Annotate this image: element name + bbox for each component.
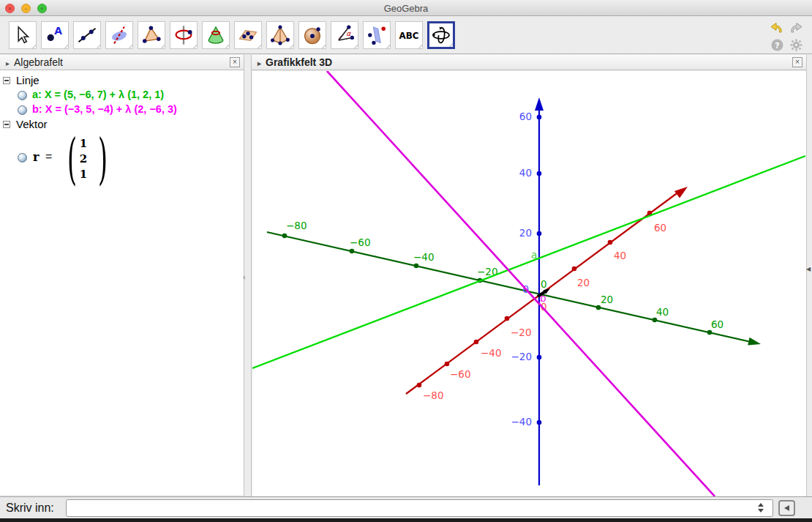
line-a-label: a — [531, 249, 537, 261]
collapse-toggle-icon[interactable] — [3, 121, 10, 128]
help-button[interactable]: ? — [771, 39, 783, 51]
visibility-marble-icon[interactable] — [18, 91, 27, 100]
x-axis-red-tick-label: 20 — [577, 277, 590, 288]
mirror-icon — [366, 24, 388, 46]
tool-dropdown-arrow[interactable] — [257, 45, 261, 48]
mirror-tool-button[interactable] — [363, 21, 391, 49]
settings-button[interactable] — [790, 39, 802, 51]
object-row-line-a[interactable]: a: X = (5, −6, 7) + λ (1, 2, 1) — [0, 89, 244, 103]
undo-button[interactable] — [769, 20, 785, 37]
vector-components: 1 2 1 — [76, 136, 91, 182]
y-axis-green-tick — [653, 318, 658, 323]
y-axis-green-tick — [350, 249, 355, 254]
graphics-3d-canvas[interactable]: −80−60−40−202040600−80−60−40−20204060060… — [252, 71, 806, 496]
tool-dropdown-arrow[interactable] — [97, 45, 100, 48]
redo-button[interactable] — [788, 20, 804, 37]
collapse-toggle-icon[interactable] — [3, 77, 10, 84]
cone-tool-button[interactable] — [202, 21, 230, 49]
intersect-two-surfaces-tool-button[interactable] — [105, 21, 133, 49]
help-icon: ? — [771, 39, 783, 51]
z-axis-blue-tick-label: −20 — [511, 351, 533, 362]
y-axis-green-arrowhead — [748, 338, 761, 346]
y-axis-green-tick — [596, 305, 601, 310]
x-axis-red-tick — [417, 383, 422, 388]
algebra-panel-title: Algebrafelt — [14, 56, 63, 68]
cursor-arrow-icon — [12, 24, 34, 46]
x-axis-red-tick — [445, 362, 450, 367]
svg-text:A: A — [54, 25, 62, 37]
polygon-tool-button[interactable] — [138, 21, 165, 49]
algebra-panel-menu-arrow[interactable]: ▸ — [6, 59, 10, 67]
tool-dropdown-arrow[interactable] — [193, 45, 197, 48]
polygon-icon — [140, 24, 162, 46]
tool-dropdown-arrow[interactable] — [418, 45, 422, 48]
tool-dropdown-arrow[interactable] — [354, 45, 358, 48]
gear-icon — [790, 39, 802, 51]
tool-dropdown-arrow[interactable] — [386, 45, 390, 48]
graphics-panel-menu-arrow[interactable]: ▸ — [257, 59, 261, 67]
tool-dropdown-arrow[interactable] — [64, 45, 68, 48]
line-a-definition[interactable]: a: X = (5, −6, 7) + λ (1, 2, 1) — [32, 89, 164, 100]
tool-dropdown-arrow[interactable] — [32, 45, 36, 48]
svg-text:α: α — [346, 29, 351, 37]
circle-with-axis-tool-button[interactable] — [170, 21, 198, 49]
z-axis-blue-tick — [537, 355, 542, 360]
graphics-panel-title: Grafikkfelt 3D — [266, 56, 332, 68]
x-axis-red-tick-label: −80 — [423, 389, 444, 401]
y-axis-green-tick-label: 20 — [601, 294, 613, 305]
x-axis-red-tick-label: 40 — [614, 250, 626, 261]
tree-group-linje: Linje — [0, 74, 244, 89]
tool-dropdown-arrow[interactable] — [449, 43, 453, 47]
left-triangle-icon — [784, 505, 789, 511]
line-tool-button[interactable] — [73, 21, 101, 49]
circle-axis-icon — [173, 24, 195, 46]
tool-dropdown-arrow[interactable] — [129, 45, 132, 48]
z-axis-blue-tick — [537, 115, 542, 120]
text-tool-button[interactable]: ABC — [395, 21, 423, 49]
window-bottom-edge — [0, 518, 812, 522]
angle-icon: α — [334, 24, 356, 46]
tool-dropdown-arrow[interactable] — [322, 45, 326, 48]
input-label: Skriv inn: — [6, 502, 54, 515]
line-b-definition[interactable]: b: X = (−3, 5, −4) + λ (2, −6, 3) — [32, 103, 177, 115]
rotate-3d-view-tool-button[interactable] — [427, 21, 455, 49]
z-axis-blue-tick-label: −40 — [511, 416, 533, 428]
y-axis-green-tick — [707, 330, 713, 335]
tool-dropdown-arrow[interactable] — [290, 45, 293, 48]
input-history-spinner[interactable] — [758, 503, 767, 513]
y-axis-green-line — [267, 232, 751, 342]
command-input[interactable] — [66, 499, 773, 517]
pyramid-tool-button[interactable] — [266, 21, 294, 49]
object-row-vector-r[interactable]: r = ( 1 2 1 ) — [0, 133, 244, 191]
plane-tool-button[interactable] — [234, 21, 262, 49]
move-tool-button[interactable] — [9, 21, 37, 49]
x-axis-red-tick — [505, 316, 510, 321]
z-axis-blue-tick — [537, 231, 542, 236]
x-axis-red-tick — [572, 266, 577, 272]
divider-collapse-handle[interactable]: ‹ — [243, 271, 249, 283]
sphere-tool-button[interactable] — [298, 21, 326, 49]
x-axis-red-tick-label: −60 — [450, 368, 471, 380]
y-axis-green-tick — [414, 264, 419, 269]
visibility-marble-icon[interactable] — [18, 105, 27, 115]
y-axis-green-tick-label: 40 — [656, 306, 669, 318]
graphics-panel-close-button[interactable]: × — [792, 57, 802, 67]
angle-tool-button[interactable]: α — [331, 21, 358, 49]
line-b[interactable] — [327, 71, 715, 496]
graphics-3d-view[interactable]: −80−60−40−202040600−80−60−40−20204060060… — [252, 71, 806, 496]
visibility-marble-icon[interactable] — [18, 153, 27, 163]
x-axis-red-tick-label: 60 — [654, 222, 666, 234]
vector-name: r — [33, 150, 39, 164]
z-axis-blue-tick-label: 40 — [519, 167, 532, 179]
line-icon — [76, 24, 98, 46]
algebra-panel-close-button[interactable]: × — [230, 57, 240, 67]
tool-dropdown-arrow[interactable] — [225, 45, 229, 48]
point-tool-button[interactable]: A — [41, 21, 69, 49]
input-help-toggle-button[interactable] — [778, 500, 795, 516]
x-axis-red-tick-label: −40 — [481, 347, 502, 359]
equals-sign: = — [45, 150, 52, 163]
right-collapse-handle[interactable]: ◀ — [806, 264, 812, 275]
z-axis-blue-arrowhead — [535, 97, 544, 111]
tool-dropdown-arrow[interactable] — [161, 45, 165, 48]
object-row-line-b[interactable]: b: X = (−3, 5, −4) + λ (2, −6, 3) — [0, 103, 244, 118]
